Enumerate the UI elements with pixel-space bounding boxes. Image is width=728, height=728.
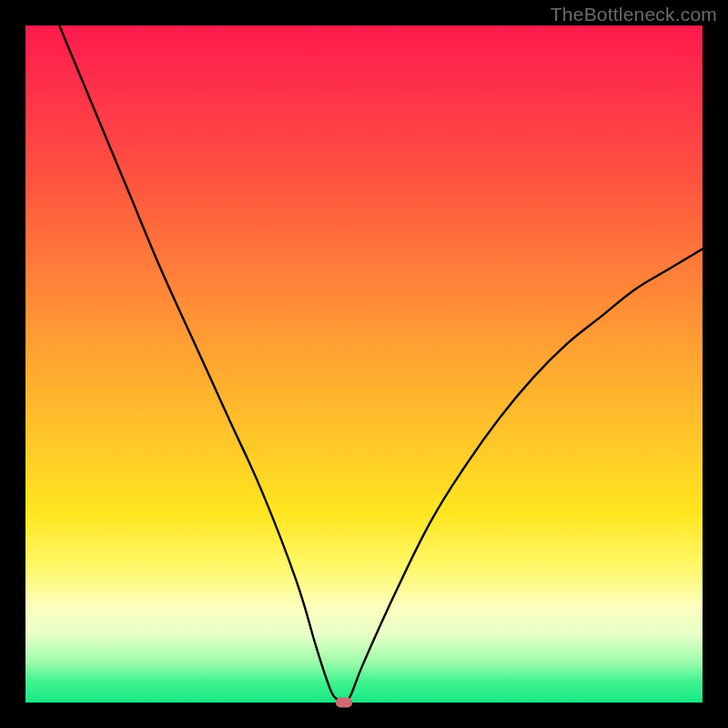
chart-frame: TheBottleneck.com [0,0,728,728]
plot-area [25,25,703,703]
optimum-marker [336,698,352,708]
watermark-text: TheBottleneck.com [551,4,717,25]
bottleneck-curve [25,25,703,703]
